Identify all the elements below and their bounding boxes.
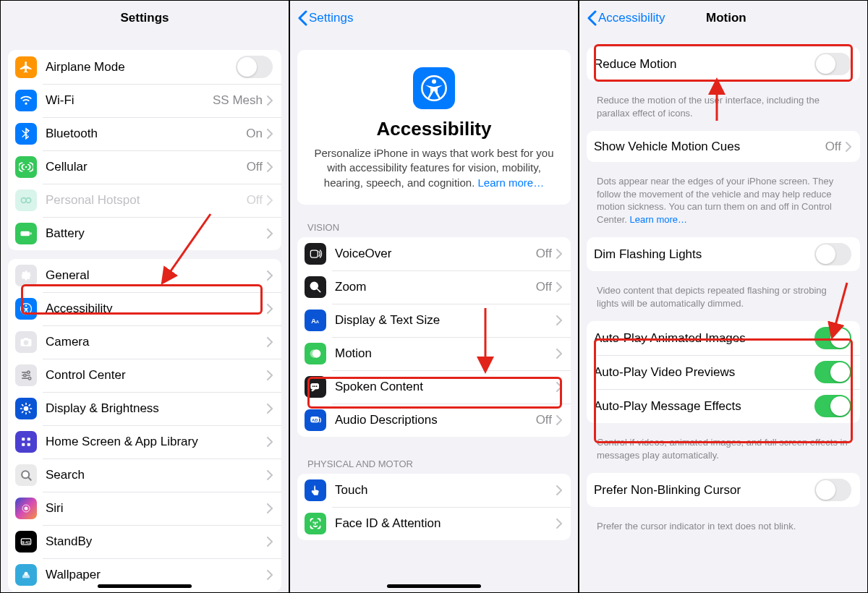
autoplay-group: Auto-Play Animated Images Auto-Play Vide… <box>587 321 860 423</box>
row-siri[interactable]: Siri <box>8 492 281 525</box>
svg-rect-12 <box>22 443 25 446</box>
back-button[interactable]: Settings <box>297 1 353 35</box>
row-dim-lights[interactable]: Dim Flashing Lights <box>587 237 860 271</box>
siri-label: Siri <box>46 501 267 516</box>
row-voiceover[interactable]: VoiceOver Off <box>297 237 571 270</box>
svg-point-22 <box>432 80 436 84</box>
row-auto-msg[interactable]: Auto-Play Message Effects <box>587 389 860 423</box>
zoom-label: Zoom <box>335 280 536 294</box>
camera-icon <box>15 331 37 353</box>
row-accessibility[interactable]: Accessibility <box>8 292 281 325</box>
row-vehicle-cues[interactable]: Show Vehicle Motion Cues Off <box>587 131 860 162</box>
svg-rect-13 <box>27 443 30 446</box>
chevron-right-icon <box>556 282 562 292</box>
row-motion[interactable]: Motion <box>297 337 571 370</box>
vehicle-label: Show Vehicle Motion Cues <box>594 140 825 154</box>
motion-label: Motion <box>335 346 556 361</box>
airplane-switch[interactable] <box>236 56 273 78</box>
home-indicator[interactable] <box>98 584 192 588</box>
row-touch[interactable]: Touch <box>297 474 571 507</box>
control-center-icon <box>15 364 37 386</box>
motion-icon <box>305 343 326 364</box>
row-faceid[interactable]: Face ID & Attention <box>297 507 571 540</box>
bluetooth-icon <box>15 123 37 145</box>
row-bluetooth[interactable]: Bluetooth On <box>8 117 281 150</box>
wifi-label: Wi-Fi <box>46 93 213 108</box>
row-audio-desc[interactable]: AD Audio Descriptions Off <box>297 404 571 437</box>
touch-label: Touch <box>335 483 556 498</box>
reduce-motion-switch[interactable] <box>814 53 851 75</box>
auto-msg-label: Auto-Play Message Effects <box>594 399 814 414</box>
svg-point-30 <box>312 385 314 387</box>
vision-group: VoiceOver Off Zoom Off AA Display & Text… <box>297 237 571 437</box>
chevron-right-icon <box>267 129 273 139</box>
general-label: General <box>46 268 267 283</box>
chevron-right-icon <box>556 382 562 392</box>
auto-msg-switch[interactable] <box>814 395 851 417</box>
vision-header: VISION <box>297 209 571 236</box>
faceid-label: Face ID & Attention <box>335 516 556 531</box>
navbar: Settings <box>1 1 289 35</box>
cursor-label: Prefer Non-Blinking Cursor <box>594 483 814 498</box>
svg-text:A: A <box>316 320 320 324</box>
airplane-label: Airplane Mode <box>46 60 236 74</box>
row-wifi[interactable]: Wi-Fi SS Mesh <box>8 84 281 117</box>
touch-icon <box>305 479 326 501</box>
row-hotspot[interactable]: Personal Hotspot Off <box>8 184 281 217</box>
cellular-value: Off <box>247 160 263 174</box>
row-battery[interactable]: Battery <box>8 217 281 250</box>
auto-images-switch[interactable] <box>814 327 851 349</box>
chevron-right-icon <box>267 229 273 239</box>
svg-rect-2 <box>21 231 30 236</box>
spoken-icon <box>305 376 326 398</box>
back-button[interactable]: Accessibility <box>587 1 665 35</box>
faceid-icon <box>305 513 326 534</box>
row-camera[interactable]: Camera <box>8 325 281 359</box>
zoom-value: Off <box>536 280 552 294</box>
auto-video-switch[interactable] <box>814 361 851 383</box>
svg-point-8 <box>28 377 30 380</box>
row-cellular[interactable]: Cellular Off <box>8 150 281 184</box>
row-control-center[interactable]: Control Center <box>8 359 281 392</box>
row-home-screen[interactable]: Home Screen & App Library <box>8 425 281 458</box>
voiceover-icon <box>305 243 326 265</box>
chevron-right-icon <box>556 415 562 425</box>
row-reduce-motion[interactable]: Reduce Motion <box>587 47 860 81</box>
row-search[interactable]: Search <box>8 458 281 492</box>
accessibility-hero-icon <box>413 67 455 109</box>
row-display[interactable]: Display & Brightness <box>8 392 281 425</box>
row-auto-images[interactable]: Auto-Play Animated Images <box>587 321 860 355</box>
search-icon <box>15 464 37 486</box>
vehicle-value: Off <box>825 140 841 154</box>
row-airplane[interactable]: Airplane Mode <box>8 50 281 84</box>
learn-more-link[interactable]: Learn more… <box>477 176 544 189</box>
accessibility-label: Accessibility <box>46 302 267 316</box>
connectivity-group: Airplane Mode Wi-Fi SS Mesh Bluetooth On… <box>8 50 281 250</box>
home-screen-label: Home Screen & App Library <box>46 435 267 449</box>
hotspot-value: Off <box>247 193 263 208</box>
cursor-group: Prefer Non-Blinking Cursor <box>587 473 860 507</box>
home-indicator[interactable] <box>387 584 481 588</box>
standby-icon: 9:41 <box>15 531 37 553</box>
chevron-right-icon <box>267 537 273 547</box>
row-display-text[interactable]: AA Display & Text Size <box>297 304 571 337</box>
dim-switch[interactable] <box>814 243 851 265</box>
hotspot-icon <box>15 189 37 211</box>
settings-screen: Settings Airplane Mode Wi-Fi SS Mesh Blu… <box>0 0 289 593</box>
learn-more-link[interactable]: Learn more… <box>630 214 687 225</box>
row-standby[interactable]: 9:41 StandBy <box>8 525 281 558</box>
chevron-right-icon <box>556 519 562 529</box>
row-spoken[interactable]: Spoken Content <box>297 370 571 404</box>
svg-point-36 <box>317 522 318 523</box>
row-auto-video[interactable]: Auto-Play Video Previews <box>587 355 860 389</box>
svg-rect-3 <box>30 232 32 234</box>
svg-point-16 <box>25 507 28 511</box>
row-zoom[interactable]: Zoom Off <box>297 270 571 304</box>
cursor-switch[interactable] <box>814 479 851 501</box>
battery-icon <box>15 223 37 244</box>
wallpaper-label: Wallpaper <box>46 568 267 582</box>
row-cursor[interactable]: Prefer Non-Blinking Cursor <box>587 473 860 507</box>
dim-group: Dim Flashing Lights <box>587 237 860 271</box>
row-general[interactable]: General <box>8 259 281 292</box>
svg-point-5 <box>25 305 27 307</box>
